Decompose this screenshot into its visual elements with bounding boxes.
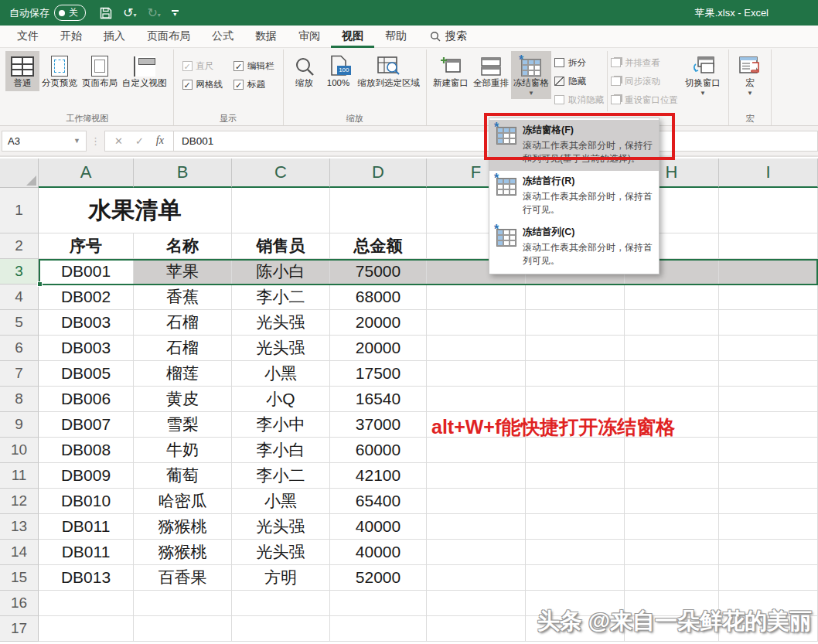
cell[interactable]: 37000 [330, 412, 427, 438]
cell[interactable] [625, 565, 719, 591]
cell[interactable] [719, 387, 818, 412]
cell[interactable]: 方明 [232, 565, 330, 591]
cell[interactable]: 60000 [330, 438, 427, 463]
cell[interactable]: DB011 [39, 540, 134, 565]
cell[interactable] [427, 285, 526, 310]
cell[interactable] [526, 540, 625, 565]
new-window-button[interactable]: 新建窗口 [431, 51, 471, 91]
cell[interactable] [39, 591, 134, 616]
cell[interactable]: 17500 [330, 361, 427, 387]
cell[interactable]: 20000 [330, 336, 427, 361]
cell[interactable] [526, 463, 625, 489]
cell[interactable] [427, 336, 526, 361]
normal-view-button[interactable]: 普通 [5, 51, 39, 91]
cell[interactable]: 小黑 [232, 361, 330, 387]
row-header-10[interactable]: 10 [0, 438, 39, 463]
cell[interactable] [719, 514, 818, 540]
autosave-toggle[interactable]: 关 [54, 5, 86, 21]
cell[interactable]: DB002 [39, 285, 134, 310]
row-header-8[interactable]: 8 [0, 387, 39, 412]
cell[interactable] [427, 565, 526, 591]
column-header-D[interactable]: D [330, 158, 427, 188]
cell[interactable] [427, 616, 526, 642]
cell[interactable]: 香蕉 [134, 285, 232, 310]
cell[interactable] [134, 616, 232, 642]
cell[interactable] [625, 438, 719, 463]
tab-3[interactable]: 页面布局 [136, 26, 201, 48]
cell[interactable] [526, 361, 625, 387]
cell[interactable] [719, 438, 818, 463]
tell-me-search[interactable]: 搜索 [430, 29, 467, 43]
cell[interactable]: 哈密瓜 [134, 489, 232, 514]
arrange-all-button[interactable]: 全部重排 [471, 51, 511, 91]
cell[interactable]: 65400 [330, 489, 427, 514]
cell[interactable]: 销售员 [232, 233, 330, 259]
formula-bar-splitter[interactable]: ⋮ [87, 135, 104, 147]
cell[interactable]: DB003 [39, 310, 134, 336]
cell[interactable] [625, 336, 719, 361]
cell[interactable] [232, 616, 330, 642]
cell[interactable] [427, 310, 526, 336]
cell[interactable] [719, 233, 818, 259]
cell[interactable]: 40000 [330, 540, 427, 565]
cell[interactable] [719, 310, 818, 336]
cell[interactable]: DB007 [39, 412, 134, 438]
cell[interactable] [526, 438, 625, 463]
cell[interactable]: 42100 [330, 463, 427, 489]
checkbox-3[interactable]: ✓标题 [233, 79, 274, 90]
column-header-I[interactable]: I [719, 158, 818, 188]
cell[interactable] [427, 489, 526, 514]
row-header-2[interactable]: 2 [0, 233, 39, 259]
cell[interactable]: 16540 [330, 387, 427, 412]
cell[interactable]: 百香果 [134, 565, 232, 591]
cell[interactable]: 小黑 [232, 489, 330, 514]
cell[interactable] [232, 591, 330, 616]
cell[interactable] [625, 463, 719, 489]
cell[interactable] [526, 310, 625, 336]
row-header-3[interactable]: 3 [0, 259, 39, 285]
cell[interactable]: 石榴 [134, 336, 232, 361]
cell[interactable] [625, 387, 719, 412]
checkbox-2[interactable]: ✓网格线 [182, 79, 223, 90]
cell[interactable] [427, 387, 526, 412]
tab-0[interactable]: 文件 [6, 26, 49, 48]
column-header-C[interactable]: C [232, 158, 330, 188]
cell[interactable] [330, 591, 427, 616]
cell[interactable]: 光头强 [232, 336, 330, 361]
cell-title[interactable]: 水果清单 [39, 188, 232, 233]
cell[interactable] [719, 188, 818, 233]
cell[interactable]: DB010 [39, 489, 134, 514]
cell[interactable] [625, 489, 719, 514]
row-header-4[interactable]: 4 [0, 285, 39, 310]
cell[interactable]: 葡萄 [134, 463, 232, 489]
enter-icon[interactable]: ✓ [135, 135, 144, 147]
cell[interactable]: 黄皮 [134, 387, 232, 412]
cell[interactable]: 68000 [330, 285, 427, 310]
cell[interactable]: 李小二 [232, 285, 330, 310]
cell[interactable] [625, 540, 719, 565]
freeze-panes-button[interactable]: * 冻结窗格 ▼ [511, 51, 551, 99]
row-header-16[interactable]: 16 [0, 591, 39, 616]
cell[interactable]: 名称 [134, 233, 232, 259]
cell[interactable]: 小Q [232, 387, 330, 412]
cell[interactable]: 序号 [39, 233, 134, 259]
row-header-7[interactable]: 7 [0, 361, 39, 387]
cell[interactable] [719, 412, 818, 438]
cell[interactable]: 牛奶 [134, 438, 232, 463]
save-icon[interactable] [100, 7, 112, 19]
cell[interactable] [330, 188, 427, 233]
tab-5[interactable]: 数据 [244, 26, 288, 48]
cancel-icon[interactable]: ✕ [114, 135, 123, 147]
cell[interactable]: DB001 [39, 259, 134, 285]
cell[interactable]: 光头强 [232, 310, 330, 336]
cell[interactable] [625, 285, 719, 310]
cell[interactable]: DB008 [39, 438, 134, 463]
cell[interactable] [625, 361, 719, 387]
cell[interactable] [427, 463, 526, 489]
menu-item-2[interactable]: *冻结首列(C)滚动工作表其余部分时，保持首列可见。 [489, 222, 659, 273]
checkbox-1[interactable]: ✓编辑栏 [233, 60, 274, 72]
cell[interactable]: 陈小白 [232, 259, 330, 285]
cell[interactable] [719, 540, 818, 565]
page-break-preview-button[interactable]: 分页预览 [39, 51, 80, 91]
small-button-拆分[interactable]: 拆分 [554, 55, 604, 70]
